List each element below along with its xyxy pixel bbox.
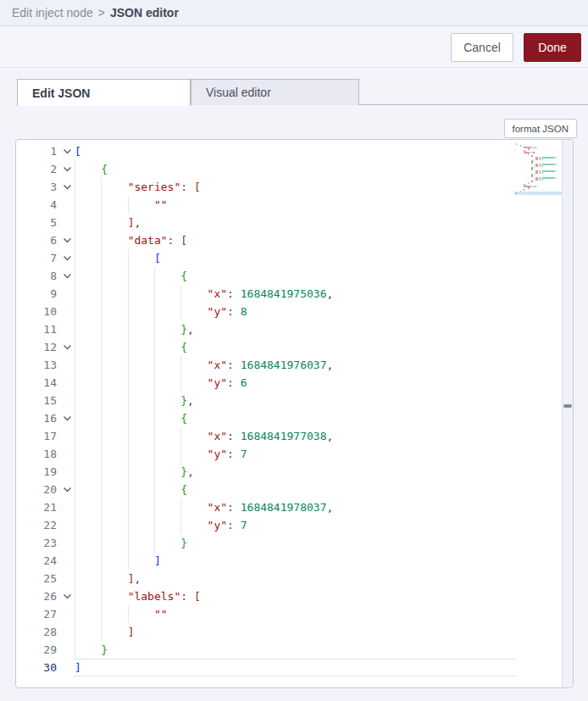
line-number[interactable]: 10 [16,303,57,320]
editor-line[interactable]: 22"y": 7 [16,516,516,534]
line-number[interactable]: 22 [16,516,57,534]
code-text: { [180,338,187,356]
indent-guide [101,178,102,196]
code-text: "" [154,605,168,623]
fold-icon[interactable] [60,142,74,160]
line-number[interactable]: 19 [16,463,57,481]
code-text: "y": 6 [208,374,247,392]
editor-line[interactable]: 5], [16,214,516,231]
editor-line[interactable]: 16{ [16,409,516,427]
editor-line[interactable]: 29} [16,641,516,659]
cancel-button[interactable]: Cancel [451,33,513,62]
line-number[interactable]: 11 [16,320,57,338]
line-number[interactable]: 1 [16,142,57,160]
editor-line[interactable]: 25], [16,570,516,587]
line-number[interactable]: 14 [16,374,57,392]
line-number[interactable]: 30 [16,659,57,676]
line-number[interactable]: 15 [16,392,57,409]
indent-guide [75,409,75,427]
indent-guide [128,605,129,623]
line-number[interactable]: 27 [16,605,57,623]
editor-line[interactable]: 7[ [16,249,516,267]
editor-line[interactable]: 2{ [16,160,516,178]
line-number[interactable]: 6 [16,231,57,249]
indent-guide [75,392,75,409]
code-text: }, [180,392,194,409]
editor-line[interactable]: 27"" [16,605,516,623]
line-number[interactable]: 13 [16,356,57,374]
indent-guide [154,303,155,320]
fold-icon[interactable] [60,249,74,267]
editor-line[interactable]: 13"x": 1684841976037, [16,356,516,374]
format-json-button[interactable]: format JSON [504,119,577,138]
editor-line[interactable]: 6"data": [ [16,231,516,249]
done-button[interactable]: Done [524,33,581,62]
editor-line[interactable]: 21"x": 1684841978037, [16,498,516,516]
fold-icon[interactable] [60,409,74,427]
line-number[interactable]: 3 [16,178,57,196]
editor-line[interactable]: 4"" [16,196,516,214]
editor-line[interactable]: 8{ [16,267,516,285]
line-number[interactable]: 18 [16,445,57,463]
line-number[interactable]: 26 [16,587,57,605]
fold-icon[interactable] [60,481,74,498]
fold-icon[interactable] [60,267,74,285]
line-number[interactable]: 17 [16,427,57,445]
editor-line[interactable]: 24] [16,552,516,570]
indent-guide [101,196,102,214]
editor-line[interactable]: 20{ [16,481,516,498]
code-text: "x": 1684841977038, [208,427,334,445]
fold-icon[interactable] [60,587,74,605]
tab-edit-json[interactable]: Edit JSON [17,79,191,106]
editor-line[interactable]: 14"y": 6 [16,374,516,392]
line-number[interactable]: 4 [16,196,57,214]
indent-guide [180,445,181,463]
fold-icon[interactable] [60,338,74,356]
editor-line[interactable]: 28] [16,623,516,641]
editor-line[interactable]: 12{ [16,338,516,356]
line-number[interactable]: 8 [16,267,57,285]
line-number[interactable]: 12 [16,338,57,356]
editor-line[interactable]: 26"labels": [ [16,587,516,605]
editor-line[interactable]: 3"series": [ [16,178,516,196]
scrollbar-track[interactable] [562,140,573,687]
line-number[interactable]: 9 [16,285,57,303]
line-number[interactable]: 28 [16,623,57,641]
indent-guide [75,587,75,605]
line-number[interactable]: 24 [16,552,57,570]
editor-line[interactable]: 19}, [16,463,516,481]
editor-line[interactable]: 15}, [16,392,516,409]
fold-icon[interactable] [60,160,74,178]
editor-line[interactable]: 1[ [16,142,516,160]
indent-guide [101,285,102,303]
indent-guide [101,267,102,285]
line-number[interactable]: 16 [16,409,57,427]
fold-icon[interactable] [60,231,74,249]
indent-guide [75,623,75,641]
code-editor[interactable]: 1[2{3"series": [4""5],6"data": [7[8{9"x"… [15,139,574,688]
editor-line[interactable]: 9"x": 1684841975036, [16,285,516,303]
scrollbar-thumb[interactable] [563,404,572,408]
chevron-down-icon [63,271,72,281]
editor-line[interactable]: 11}, [16,320,516,338]
line-number[interactable]: 23 [16,534,57,552]
line-number[interactable]: 2 [16,160,57,178]
editor-line[interactable]: 18"y": 7 [16,445,516,463]
minimap[interactable] [516,143,560,194]
line-number[interactable]: 20 [16,481,57,498]
line-number[interactable]: 7 [16,249,57,267]
editor-line[interactable]: 30] [16,659,516,676]
editor-line[interactable]: 23} [16,534,516,552]
line-number[interactable]: 21 [16,498,57,516]
indent-guide [75,320,75,338]
line-number[interactable]: 25 [16,570,57,587]
fold-icon[interactable] [60,178,74,196]
breadcrumb-parent[interactable]: Edit inject node [12,6,93,19]
line-number[interactable]: 5 [16,214,57,231]
tab-visual-editor[interactable]: Visual editor [191,79,359,105]
current-line-highlight [74,659,516,676]
editor-line[interactable]: 10"y": 8 [16,303,516,320]
indent-guide [101,231,102,249]
editor-line[interactable]: 17"x": 1684841977038, [16,427,516,445]
line-number[interactable]: 29 [16,641,57,659]
